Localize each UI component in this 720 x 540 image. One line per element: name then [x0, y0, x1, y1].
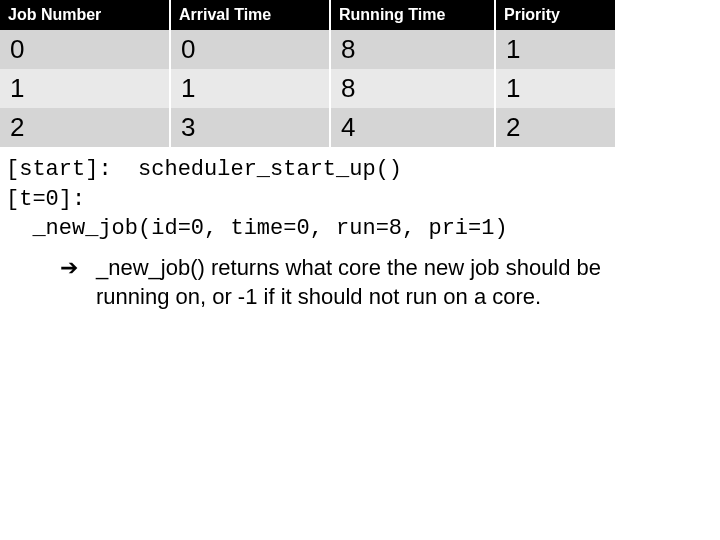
cell-arrival: 3 [170, 108, 330, 147]
arrow-icon: ➔ [60, 254, 78, 283]
col-running-time: Running Time [330, 0, 495, 30]
table-row: 0 0 8 1 [0, 30, 615, 69]
cell-priority: 1 [495, 69, 615, 108]
table-header-row: Job Number Arrival Time Running Time Pri… [0, 0, 615, 30]
table-row: 2 3 4 2 [0, 108, 615, 147]
slide: Job Number Arrival Time Running Time Pri… [0, 0, 720, 311]
cell-running: 8 [330, 69, 495, 108]
jobs-table: Job Number Arrival Time Running Time Pri… [0, 0, 615, 147]
scheduler-log: [start]: scheduler_start_up() [t=0]: _ne… [0, 147, 615, 244]
cell-running: 4 [330, 108, 495, 147]
log-line-start: [start]: scheduler_start_up() [6, 155, 609, 185]
table-row: 1 1 8 1 [0, 69, 615, 108]
cell-arrival: 1 [170, 69, 330, 108]
cell-arrival: 0 [170, 30, 330, 69]
cell-job: 2 [0, 108, 170, 147]
log-line-t0: [t=0]: [6, 185, 609, 215]
cell-priority: 2 [495, 108, 615, 147]
cell-job: 1 [0, 69, 170, 108]
col-job-number: Job Number [0, 0, 170, 30]
col-arrival-time: Arrival Time [170, 0, 330, 30]
note-text: _new_job() returns what core the new job… [60, 254, 605, 311]
log-line-newjob: _new_job(id=0, time=0, run=8, pri=1) [6, 214, 609, 244]
explanation-note: ➔ _new_job() returns what core the new j… [0, 244, 615, 311]
cell-priority: 1 [495, 30, 615, 69]
col-priority: Priority [495, 0, 615, 30]
cell-running: 8 [330, 30, 495, 69]
cell-job: 0 [0, 30, 170, 69]
